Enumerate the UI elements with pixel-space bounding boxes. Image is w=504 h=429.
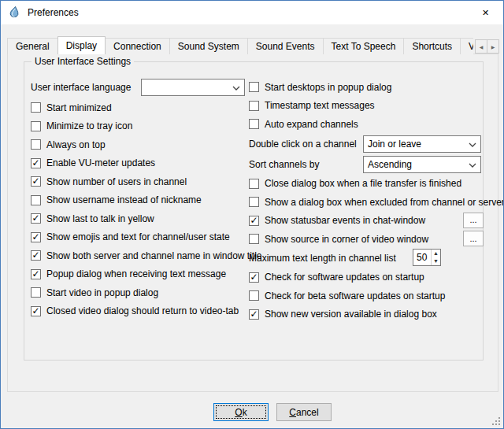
checkbox-label: Show a dialog box when excluded from cha… xyxy=(265,197,504,208)
checkbox-label: Show statusbar events in chat-window xyxy=(265,215,425,226)
checkbox-show-last-to-talk-yellow[interactable]: Show last to talk in yellow xyxy=(31,209,245,228)
double-click-label: Double click on a channel xyxy=(249,139,357,150)
tab-sound-events[interactable]: Sound Events xyxy=(247,38,324,54)
tab-scrollers: ◀ ▶ xyxy=(476,39,499,54)
checkbox-label: Timestamp text messages xyxy=(265,100,375,111)
spin-up-icon[interactable]: ▲ xyxy=(432,250,440,257)
checkbox-show-server-channel-in-title[interactable]: Show both server and channel name in win… xyxy=(31,246,245,265)
checkbox-label: Always on top xyxy=(46,139,106,150)
checkbox-check-software-updates[interactable]: Check for software updates on startup xyxy=(249,268,484,287)
title-bar[interactable]: Preferences ✕ xyxy=(1,1,503,24)
checkbox-box[interactable] xyxy=(31,269,41,279)
checkbox-timestamp-text-messages[interactable]: Timestamp text messages xyxy=(249,97,484,116)
tab-connection[interactable]: Connection xyxy=(105,38,170,54)
tab-scroll-left-button[interactable]: ◀ xyxy=(475,39,487,54)
statusbar-events-more-button[interactable]: ... xyxy=(463,213,484,228)
tab-video[interactable]: Video xyxy=(460,38,473,54)
group-title: User Interface Settings xyxy=(32,56,134,67)
checkbox-label: Show new version available in dialog box xyxy=(265,309,437,320)
checkbox-box[interactable] xyxy=(249,101,259,111)
checkbox-box[interactable] xyxy=(31,158,41,168)
max-text-length-spinner[interactable]: 50 ▲ ▼ xyxy=(413,249,441,266)
video-source-more-button[interactable]: ... xyxy=(463,231,484,246)
statusbar-events-row: Show statusbar events in chat-window ... xyxy=(249,212,484,231)
checkbox-box[interactable] xyxy=(31,250,41,261)
checkbox-box[interactable] xyxy=(31,306,41,316)
tab-shortcuts[interactable]: Shortcuts xyxy=(403,38,461,54)
checkbox-label: Enable VU-meter updates xyxy=(46,157,155,168)
checkbox-label: Show source in corner of video window xyxy=(265,234,428,245)
checkbox-close-dialog-file-transfer[interactable]: Close dialog box when a file transfer is… xyxy=(249,175,484,194)
app-icon xyxy=(8,6,20,19)
checkbox-show-dialog-excluded[interactable]: Show a dialog box when excluded from cha… xyxy=(249,193,484,212)
window-title: Preferences xyxy=(28,7,79,18)
checkbox-box[interactable] xyxy=(31,232,41,242)
checkbox-label: Check for beta software updates on start… xyxy=(265,290,445,301)
language-select[interactable] xyxy=(141,79,245,96)
checkbox-box[interactable] xyxy=(31,121,41,131)
checkbox-label: Popup dialog when receiving text message xyxy=(46,268,226,279)
max-text-length-row: Maximum text length in channel list 50 ▲… xyxy=(249,249,484,268)
right-column: Start desktops in popup dialog Timestamp… xyxy=(249,78,484,324)
sort-channels-select[interactable]: Ascending xyxy=(363,156,481,173)
tab-general[interactable]: General xyxy=(7,38,58,54)
checkbox-box[interactable] xyxy=(249,290,259,301)
checkbox-auto-expand-channels[interactable]: Auto expand channels xyxy=(249,115,484,134)
double-click-channel-select[interactable]: Join or leave xyxy=(363,135,481,153)
language-label: User interface language xyxy=(31,82,131,93)
checkbox-box[interactable] xyxy=(249,119,259,129)
checkbox-box[interactable] xyxy=(31,176,41,187)
checkbox-box[interactable] xyxy=(31,287,41,298)
chevron-down-icon xyxy=(469,142,476,147)
tab-text-to-speech[interactable]: Text To Speech xyxy=(323,38,405,54)
checkbox-minimize-to-tray[interactable]: Minimize to tray icon xyxy=(31,117,245,136)
checkbox-box[interactable] xyxy=(249,179,259,189)
checkbox-enable-vu-meter[interactable]: Enable VU-meter updates xyxy=(31,154,245,173)
checkbox-show-number-of-users[interactable]: Show number of users in channel xyxy=(31,172,245,191)
tab-display[interactable]: Display xyxy=(57,36,106,54)
cancel-button[interactable]: Cancel xyxy=(276,403,332,421)
spin-down-icon[interactable]: ▼ xyxy=(432,257,440,265)
checkbox-box[interactable] xyxy=(249,272,259,283)
display-tab-page: User Interface Settings User interface l… xyxy=(7,54,498,392)
checkbox-box[interactable] xyxy=(31,195,41,205)
checkbox-box[interactable] xyxy=(31,139,41,150)
checkbox-label: Start minimized xyxy=(46,102,112,113)
checkbox-start-desktops-popup[interactable]: Start desktops in popup dialog xyxy=(249,78,484,97)
checkbox-show-statusbar-events[interactable] xyxy=(249,216,259,226)
tab-sound-system[interactable]: Sound System xyxy=(169,38,248,54)
checkbox-check-beta-updates[interactable]: Check for beta software updates on start… xyxy=(249,287,484,305)
checkbox-box[interactable] xyxy=(31,102,41,113)
combo-value: Join or leave xyxy=(368,139,421,150)
checkbox-box[interactable] xyxy=(31,213,41,224)
checkbox-closed-video-return-tab[interactable]: Closed video dialog should return to vid… xyxy=(31,302,245,321)
checkbox-show-emojis-text-state[interactable]: Show emojis and text for channel/user st… xyxy=(31,228,245,247)
checkbox-label: Show both server and channel name in win… xyxy=(46,250,262,261)
checkbox-label: Show emojis and text for channel/user st… xyxy=(46,231,230,242)
video-source-row: Show source in corner of video window ..… xyxy=(249,230,484,249)
checkbox-label: Check for software updates on startup xyxy=(265,272,424,283)
checkbox-label: Show username instead of nickname xyxy=(46,194,202,205)
checkbox-show-source-video-window[interactable] xyxy=(249,234,259,244)
resize-grip[interactable] xyxy=(491,416,501,426)
checkbox-show-new-version-dialog[interactable]: Show new version available in dialog box xyxy=(249,305,484,324)
checkbox-label: Start video in popup dialog xyxy=(46,287,158,298)
checkbox-label: Minimize to tray icon xyxy=(46,120,132,131)
checkbox-show-username-instead-nickname[interactable]: Show username instead of nickname xyxy=(31,191,245,210)
language-row: User interface language xyxy=(31,76,245,98)
checkbox-popup-dialog-text-message[interactable]: Popup dialog when receiving text message xyxy=(31,265,245,284)
checkbox-box[interactable] xyxy=(249,82,259,92)
checkbox-label: Close dialog box when a file transfer is… xyxy=(265,178,461,189)
close-button[interactable]: ✕ xyxy=(468,1,503,24)
checkbox-always-on-top[interactable]: Always on top xyxy=(31,135,245,154)
spinner-value: 50 xyxy=(417,252,427,263)
checkbox-box[interactable] xyxy=(249,309,259,320)
checkbox-start-minimized[interactable]: Start minimized xyxy=(31,98,245,117)
checkbox-start-video-popup[interactable]: Start video in popup dialog xyxy=(31,283,245,302)
tab-scroll-right-button[interactable]: ▶ xyxy=(487,39,499,54)
checkbox-label: Auto expand channels xyxy=(265,119,358,130)
ok-button[interactable]: Ok xyxy=(213,403,269,421)
chevron-down-icon xyxy=(469,163,476,168)
checkbox-box[interactable] xyxy=(249,197,259,207)
left-column: User interface language Start minimized … xyxy=(31,76,245,320)
